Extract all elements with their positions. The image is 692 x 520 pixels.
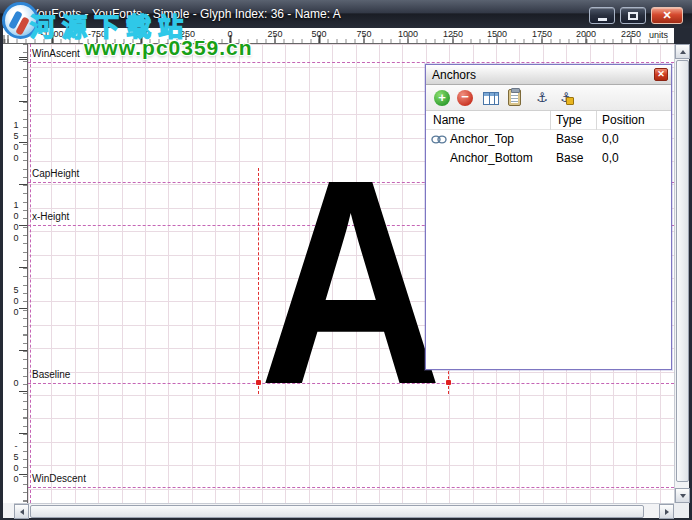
vertical-scrollbar[interactable] xyxy=(674,44,689,503)
column-header-name[interactable]: Name xyxy=(433,113,465,127)
anchor-gold-icon-button[interactable]: ⚓ xyxy=(558,90,574,106)
anchor-type: Base xyxy=(556,132,583,146)
ruler-label: 500 xyxy=(11,285,21,318)
ruler-label: 1000 xyxy=(398,29,418,39)
maximize-button[interactable] xyxy=(620,7,646,24)
scroll-down-button[interactable] xyxy=(675,488,690,503)
ruler-label: 0 xyxy=(11,378,21,389)
add-anchor-button[interactable]: + xyxy=(434,90,450,106)
ruler-label: 1250 xyxy=(443,29,463,39)
capheight-label: CapHeight xyxy=(32,168,79,180)
link-icon xyxy=(431,135,447,144)
app-icon xyxy=(9,6,25,22)
minimize-button[interactable] xyxy=(589,7,615,24)
windescent-label: WinDescent xyxy=(32,473,86,485)
ruler-label: -250 xyxy=(177,29,195,39)
anchor-row-top[interactable]: Anchor_Top Base 0,0 xyxy=(426,130,671,149)
maximize-icon xyxy=(628,12,638,20)
ruler-label: 1500 xyxy=(487,29,507,39)
ruler-label: -750 xyxy=(88,29,106,39)
close-icon: ✕ xyxy=(662,10,671,21)
ruler-label: 750 xyxy=(356,29,371,39)
scroll-up-button[interactable] xyxy=(675,44,690,59)
anchor-name: Anchor_Top xyxy=(450,132,514,146)
column-header-position[interactable]: Position xyxy=(602,113,645,127)
ruler-label: 2000 xyxy=(576,29,596,39)
ruler-label: 0 xyxy=(227,29,232,39)
window-title: YouFonts - YouFonts - Simple - Glyph Ind… xyxy=(31,7,341,21)
anchors-panel-titlebar[interactable]: Anchors ✕ xyxy=(426,65,671,85)
anchor-row-bottom[interactable]: Anchor_Bottom Base 0,0 xyxy=(426,149,671,168)
units-label: units xyxy=(649,30,668,40)
anchor-point[interactable] xyxy=(446,380,451,385)
anchors-panel-title: Anchors xyxy=(432,68,476,82)
scrollbar-corner xyxy=(674,503,689,518)
minimize-icon xyxy=(598,18,607,21)
ruler-label: -1000 xyxy=(40,29,63,39)
close-button[interactable]: ✕ xyxy=(651,7,683,24)
anchor-type: Base xyxy=(556,151,583,165)
anchor-point[interactable] xyxy=(256,380,261,385)
anchor-name: Anchor_Bottom xyxy=(450,151,533,165)
anchor-list-button[interactable] xyxy=(483,92,499,105)
anchor-position: 0,0 xyxy=(602,151,619,165)
arrow-right-icon xyxy=(665,509,669,515)
baseline-label: Baseline xyxy=(32,369,70,381)
ruler-label: 2250 xyxy=(621,29,641,39)
ruler-major-ticks xyxy=(19,44,27,503)
anchor-icon-button[interactable]: ⚓ xyxy=(534,90,550,106)
app-window: YouFonts - YouFonts - Simple - Glyph Ind… xyxy=(0,0,692,520)
ruler-label: 1500 xyxy=(11,120,21,164)
glyph-outline[interactable]: A xyxy=(259,136,442,428)
origin-guide-line xyxy=(30,44,31,503)
horizontal-scrollbar[interactable] xyxy=(14,503,674,518)
ruler-label: 250 xyxy=(267,29,282,39)
anchors-toolbar: + − ⚓ ⚓ xyxy=(426,85,671,111)
clipboard-button[interactable] xyxy=(508,89,521,106)
anchors-panel-close-button[interactable]: ✕ xyxy=(654,68,668,81)
horizontal-scroll-thumb[interactable] xyxy=(30,505,644,518)
xheight-label: x-Height xyxy=(32,211,69,223)
ruler-label: 1750 xyxy=(532,29,552,39)
ruler-label: -500 xyxy=(11,441,21,485)
titlebar[interactable]: YouFonts - YouFonts - Simple - Glyph Ind… xyxy=(0,0,692,28)
anchors-panel: Anchors ✕ + − ⚓ ⚓ Name Type Position Anc… xyxy=(425,64,672,370)
window-controls: ✕ xyxy=(589,7,683,24)
ruler-label: -500 xyxy=(132,29,150,39)
column-separator[interactable] xyxy=(550,111,551,130)
column-separator[interactable] xyxy=(596,111,597,130)
scroll-left-button[interactable] xyxy=(14,504,29,519)
arrow-down-icon xyxy=(680,494,686,498)
arrow-up-icon xyxy=(680,50,686,54)
winascent-line xyxy=(28,62,674,63)
horizontal-ruler: -1000 -750 -500 -250 0 250 500 750 1000 … xyxy=(3,28,674,44)
winascent-label: WinAscent xyxy=(32,48,80,60)
anchors-table-header: Name Type Position xyxy=(426,111,671,130)
ruler-label: 500 xyxy=(311,29,326,39)
vertical-scroll-thumb[interactable] xyxy=(676,60,689,482)
scroll-right-button[interactable] xyxy=(659,504,674,519)
windescent-line xyxy=(28,487,674,488)
column-header-type[interactable]: Type xyxy=(556,113,582,127)
bottom-left-gap xyxy=(3,503,14,518)
arrow-left-icon xyxy=(20,509,24,515)
anchor-position: 0,0 xyxy=(602,132,619,146)
vertical-ruler: 1500 1000 500 0 -500 xyxy=(3,44,28,503)
remove-anchor-button[interactable]: − xyxy=(457,90,473,106)
ruler-label: 1000 xyxy=(11,200,21,244)
